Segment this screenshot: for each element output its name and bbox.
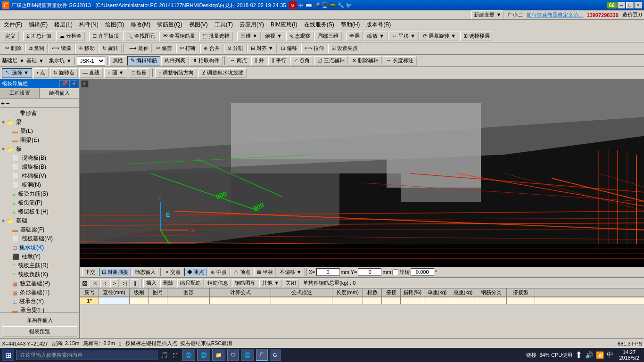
x-input[interactable] xyxy=(316,268,340,276)
tree-item[interactable]: ≡板受力筋(S) xyxy=(1,189,78,198)
tree-item[interactable]: ⬚带形窗 xyxy=(1,109,78,118)
tree-item[interactable]: ▬圈梁(E) xyxy=(1,136,78,145)
btn-break[interactable]: ✄ 打断 xyxy=(176,44,199,53)
btn-insert-rebar[interactable]: 插入 xyxy=(143,279,159,288)
viewport[interactable]: 900 900 Z X Y E B xyxy=(80,79,644,267)
search-box[interactable]: 在这里输入你要搜索的内容 xyxy=(16,350,157,360)
tree-remove-btn[interactable]: − xyxy=(6,99,9,107)
btn-del-aux[interactable]: ✕ 删除辅轴 xyxy=(349,56,382,66)
snap-orthogonal[interactable]: 正交 xyxy=(82,268,98,276)
btn-align[interactable]: ⊟ 对齐 ▼ xyxy=(248,44,277,53)
btn-grip[interactable]: ⊡ 设置夹点 xyxy=(328,44,361,53)
nav-stop[interactable]: || xyxy=(131,279,139,288)
btn-parallel2[interactable]: ∥ 平行 xyxy=(268,56,289,66)
btn-copy[interactable]: ⧉ 复制 xyxy=(25,44,48,53)
btn-other[interactable]: 其他 ▼ xyxy=(259,279,282,288)
btn-local-3d[interactable]: 局部三维 xyxy=(314,32,342,41)
tree-item[interactable]: ▼📁梁 xyxy=(1,118,78,127)
btn-delete-rebar[interactable]: 删除 xyxy=(160,279,176,288)
menu-help[interactable]: 帮助(H) xyxy=(338,20,363,30)
menu-edit[interactable]: 编辑(E) xyxy=(26,20,50,30)
nav-first[interactable]: |< xyxy=(90,279,99,288)
taskbar-ie[interactable]: 🌐 xyxy=(197,349,210,361)
btn-single-part-input[interactable]: 单构件输入 xyxy=(2,315,77,325)
new-change-btn[interactable]: 新建变更 ▼ xyxy=(471,10,504,19)
btn-align-top[interactable]: ⊟ 齐平板顶 xyxy=(89,32,122,41)
menu-part[interactable]: 构件(N) xyxy=(76,20,101,30)
btn-move[interactable]: ✛ 移动 xyxy=(75,44,98,53)
btn-scale-rebar[interactable]: 缩尺配筋 xyxy=(177,279,204,288)
tree-item[interactable]: ▬基础梁(F) xyxy=(1,225,78,234)
rotate-checkbox[interactable] xyxy=(392,269,398,275)
btn-point[interactable]: • 点 xyxy=(33,68,49,78)
btn-view-rebar[interactable]: 👁 查看钢筋量 xyxy=(159,32,198,41)
tree-item[interactable]: ▬梁(L) xyxy=(1,127,78,136)
nav-next[interactable]: > xyxy=(110,279,119,288)
menu-modify[interactable]: 修改(M) xyxy=(128,20,153,30)
tree-item[interactable]: ▼📁基础 xyxy=(1,216,78,225)
tray-network[interactable]: 📶 xyxy=(596,351,604,359)
btn-properties[interactable]: 属性 xyxy=(109,56,126,66)
btn-rotate[interactable]: ↻ 旋转 xyxy=(99,44,122,53)
menu-rebar[interactable]: 钢筋量(Q) xyxy=(154,20,185,30)
btn-parallel[interactable]: ∥ 并 xyxy=(251,56,267,66)
tree-item[interactable]: ▬承台梁(F) xyxy=(1,306,78,313)
btn-cloud-check[interactable]: ☁ 云检查 xyxy=(56,32,85,41)
taskbar-edge[interactable]: 🌐 xyxy=(182,349,195,361)
menu-tools[interactable]: 工具(T) xyxy=(212,20,236,30)
taskbar-g[interactable]: G xyxy=(270,349,281,361)
menu-draw[interactable]: 绘图(D) xyxy=(102,20,127,30)
snap-intersection[interactable]: × 交点 xyxy=(163,268,183,276)
panel-close[interactable]: × xyxy=(71,80,77,87)
btn-3d[interactable]: 三维 ▼ xyxy=(237,32,261,41)
snap-object[interactable]: ⊡ 对象捕捉 xyxy=(99,268,131,276)
tree-item[interactable]: ≡筏板主筋(R) xyxy=(1,261,78,270)
btn-part-list[interactable]: 构件列表 xyxy=(161,56,189,66)
btn-fullscreen[interactable]: 全屏 xyxy=(346,32,363,41)
y-input[interactable] xyxy=(358,268,381,276)
btn-three-pt[interactable]: ⊿ 三点辅轴 xyxy=(314,56,348,66)
btn-extend[interactable]: ⟶ 延伸 xyxy=(126,44,152,53)
part-selector[interactable]: JSK-1 xyxy=(77,56,105,66)
btn-offset[interactable]: ⊡ 偏移 xyxy=(278,44,300,53)
btn-select[interactable]: ↖ 选择 ▼ xyxy=(2,68,32,78)
btn-close-panel[interactable]: 关闭 xyxy=(283,279,299,288)
tree-item[interactable]: ⬜板洞(N) xyxy=(1,181,78,189)
start-button[interactable]: ⊞ xyxy=(2,349,14,361)
taskbar-chrome[interactable]: 🌐 xyxy=(241,349,254,361)
angle-input[interactable] xyxy=(411,268,434,276)
btn-stretch[interactable]: ⟺ 拉伸 xyxy=(301,44,327,53)
tree-item[interactable]: ≡板负筋(P) xyxy=(1,198,78,207)
menu-cloud[interactable]: 云应用(Y) xyxy=(237,20,267,30)
rebar-row[interactable]: 1* xyxy=(80,297,644,304)
tree-item[interactable]: ⬜螺旋板(B) xyxy=(1,163,78,172)
taskbar-icon-cortana[interactable]: 🎵 xyxy=(159,350,169,360)
taskbar-icon-taskview[interactable]: ⬚ xyxy=(171,350,180,360)
btn-line[interactable]: — 直线 xyxy=(79,68,103,78)
menu-bim[interactable]: BIM应用(I) xyxy=(268,20,300,30)
quick-set-link[interactable]: 如何快速布置自定义范... xyxy=(527,11,583,18)
menu-online[interactable]: 在线服务(S) xyxy=(301,20,337,30)
btn-calc[interactable]: Σ 汇总计算 xyxy=(23,32,55,41)
nav-last[interactable]: >| xyxy=(120,279,130,288)
btn-angle-pt[interactable]: ∠ 点角 xyxy=(290,56,313,66)
tree-item[interactable]: ▼📁板 xyxy=(1,145,78,154)
tab-draw-input[interactable]: 绘图输入 xyxy=(40,88,79,98)
btn-screen-rotate[interactable]: ⟳ 屏幕旋转 ▼ xyxy=(420,32,459,41)
close-button[interactable]: × xyxy=(635,2,642,8)
btn-pick-part[interactable]: ⬆ 抬取构件 xyxy=(190,56,223,66)
taskbar-app[interactable]: 广 xyxy=(256,349,268,361)
tab-project-settings[interactable]: 工程设置 xyxy=(0,88,40,98)
snap-midpoint[interactable]: ◆ 重点 xyxy=(184,268,207,276)
btn-top-view[interactable]: 俯视 ▼ xyxy=(262,32,285,41)
btn-define[interactable]: 定义 xyxy=(2,32,19,41)
btn-merge[interactable]: ⊕ 合并 xyxy=(200,44,223,53)
btn-pan[interactable]: ↔ 平移 ▼ xyxy=(388,32,419,41)
tree-item[interactable]: ≡楼层板带(H) xyxy=(1,207,78,216)
tree-item[interactable]: ▦独立基础(P) xyxy=(1,279,78,288)
tree-add-btn[interactable]: + xyxy=(1,99,5,107)
btn-batch-select[interactable]: ⬚ 批量选择 xyxy=(199,32,233,41)
tree-item[interactable]: ≡筏板负筋(X) xyxy=(1,270,78,279)
btn-two-point[interactable]: ↔ 两点 xyxy=(227,56,250,66)
snap-vertex[interactable]: △ 顶点 xyxy=(231,268,253,276)
